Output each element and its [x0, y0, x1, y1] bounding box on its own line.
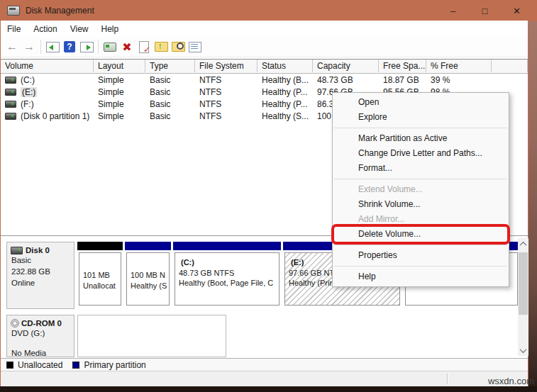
graph-scrollbar[interactable]	[518, 238, 528, 356]
status-bar-divider	[447, 374, 448, 384]
scrollbar-thumb[interactable]	[519, 252, 528, 315]
partition-status: Healthy (Boot, Page File, C	[175, 278, 279, 289]
folder-find-button[interactable]	[170, 38, 187, 55]
cell: Basic	[145, 111, 195, 123]
table-row[interactable]: (C:)SimpleBasicNTFSHealthy (B...48.73 GB…	[1, 74, 528, 86]
screenshot-bottom-border	[0, 386, 537, 392]
help-icon	[64, 41, 75, 52]
disk0-size: 232.88 GB	[7, 266, 74, 277]
cdrom-title: CD-ROM 0	[7, 315, 74, 327]
menu-file[interactable]: File	[1, 22, 27, 36]
cell: 48.73 GB	[313, 74, 379, 86]
cell: Healthy (P...	[258, 99, 313, 111]
volume-label: (E:)	[21, 87, 37, 97]
cell: NTFS	[195, 74, 258, 86]
legend-bar: UnallocatedPrimary partition	[1, 358, 528, 371]
disk0-name: Disk 0	[26, 246, 50, 254]
disk0-title: Disk 0	[7, 242, 74, 254]
maximize-button[interactable]: □	[469, 0, 501, 21]
toolbar-separator	[98, 40, 99, 54]
cell: Simple	[94, 74, 145, 86]
cell: 39 %	[426, 74, 492, 86]
help-button[interactable]	[61, 38, 78, 55]
forward-button[interactable]	[21, 38, 38, 55]
cell: 18.87 GB	[379, 74, 426, 86]
menu-item-format[interactable]: Format...	[333, 161, 509, 176]
partition-status: Healthy (S	[127, 281, 169, 291]
menu-separator	[333, 176, 509, 182]
menu-view[interactable]: View	[64, 22, 95, 36]
column-header-blank[interactable]	[492, 60, 528, 72]
volume-cell: (C:)	[1, 74, 94, 86]
menu-item-help[interactable]: Help	[333, 269, 509, 284]
menu-item-open[interactable]: Open	[333, 95, 509, 110]
menu-item-properties[interactable]: Properties	[333, 248, 509, 263]
title-bar: Disk Management – □ ✕	[0, 0, 537, 21]
cell: Basic	[145, 99, 195, 111]
screen: Disk Management – □ ✕ FileActionViewHelp…	[0, 0, 537, 392]
back-button[interactable]	[4, 38, 21, 55]
volume-icon	[5, 77, 16, 84]
partition-system[interactable]: 100 MB N Healthy (S	[125, 242, 171, 308]
menu-item-delete-volume[interactable]: Delete Volume...	[334, 227, 507, 242]
menu-item-mark-partition-as-active[interactable]: Mark Partition as Active	[333, 131, 509, 146]
volume-label: (F:)	[21, 99, 34, 109]
cdrom-panel[interactable]: CD-ROM 0 DVD (G:) No Media	[6, 315, 74, 357]
volume-cell: (Disk 0 partition 1)	[1, 111, 94, 123]
cell: Healthy (B...	[258, 74, 313, 86]
checklist-icon	[189, 42, 201, 52]
delete-x-button[interactable]	[118, 38, 135, 55]
chevron-up-icon	[520, 241, 527, 248]
partition-c[interactable]: (C:) 48.73 GB NTFS Healthy (Boot, Page F…	[173, 242, 281, 308]
partition-status: Unallocat	[79, 281, 121, 291]
folder-up-button[interactable]	[153, 38, 170, 55]
scroll-up-button[interactable]	[518, 238, 528, 250]
maximize-icon: □	[482, 6, 488, 16]
cdrom-drive: DVD (G:)	[7, 327, 74, 339]
column-header-free[interactable]: % Free	[426, 60, 492, 72]
column-header-file-system[interactable]: File System	[195, 60, 258, 72]
column-header-volume[interactable]: Volume	[1, 60, 94, 72]
status-bar	[1, 371, 528, 386]
cell: Healthy (P...	[258, 86, 313, 99]
menu-item-change-drive-letter-and-paths[interactable]: Change Drive Letter and Paths...	[333, 146, 509, 161]
column-header-type[interactable]: Type	[145, 60, 195, 72]
minimize-button[interactable]: –	[437, 0, 469, 21]
remote-button[interactable]	[101, 38, 118, 55]
scroll-down-button[interactable]	[518, 345, 528, 356]
cell: NTFS	[195, 99, 258, 111]
partition-unallocated[interactable]: 101 MB Unallocat	[77, 242, 123, 308]
folder-find-icon	[172, 42, 185, 52]
legend-swatch	[6, 362, 13, 369]
console-tree-button[interactable]	[44, 38, 61, 55]
column-header-free-spa[interactable]: Free Spa...	[379, 60, 426, 72]
menu-item-add-mirror: Add Mirror...	[333, 212, 509, 227]
partition-color-bar	[173, 242, 281, 250]
menu-help[interactable]: Help	[95, 22, 126, 36]
check-doc-icon	[139, 41, 149, 53]
menu-action[interactable]: Action	[27, 22, 63, 36]
column-header-status[interactable]: Status	[258, 60, 313, 72]
volume-icon	[5, 89, 16, 96]
volume-cell: (F:)	[1, 99, 94, 111]
volume-label: (C:)	[21, 75, 35, 85]
menu-item-shrink-volume[interactable]: Shrink Volume...	[333, 197, 509, 212]
disk0-panel[interactable]: Disk 0 Basic 232.88 GB Online	[6, 242, 74, 309]
cdrom-media-region[interactable]	[77, 315, 226, 357]
partition-size: 48.73 GB NTFS	[175, 268, 279, 279]
checklist-button[interactable]	[187, 38, 204, 55]
context-menu: OpenExploreMark Partition as ActiveChang…	[332, 92, 509, 287]
close-button[interactable]: ✕	[501, 0, 533, 21]
cell: Basic	[145, 74, 195, 86]
menu-separator	[333, 125, 509, 131]
volume-cell: (E:)	[1, 86, 94, 99]
action-pane-button[interactable]	[78, 38, 95, 55]
check-doc-button[interactable]	[135, 38, 153, 55]
cell: Healthy (S...	[258, 111, 313, 123]
column-header-layout[interactable]: Layout	[94, 60, 145, 72]
column-header-capacity[interactable]: Capacity	[313, 60, 379, 72]
legend-swatch	[72, 362, 79, 369]
volume-icon	[5, 113, 16, 120]
menu-item-explore[interactable]: Explore	[333, 110, 509, 125]
legend-label: Unallocated	[18, 360, 62, 370]
